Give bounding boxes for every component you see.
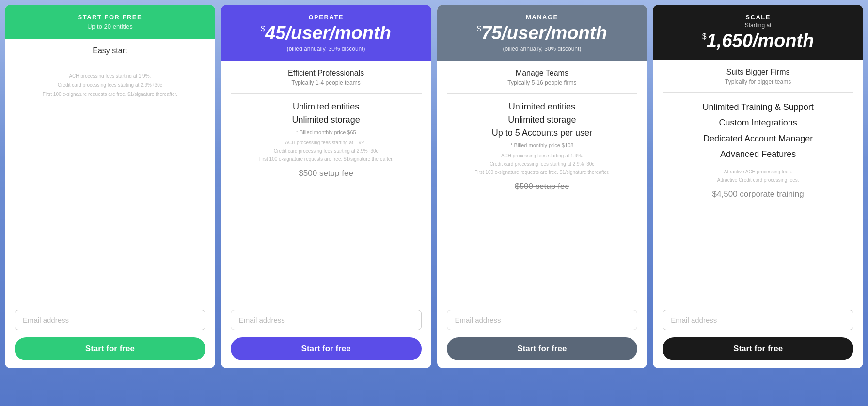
- plan-name-scale: SCALE: [663, 14, 853, 21]
- price-main-scale: 1,650/month: [707, 31, 814, 51]
- email-input-manage[interactable]: [447, 310, 638, 330]
- esig-note-free: First 100 e-signature requests are free.…: [15, 92, 205, 97]
- ach-note-free: ACH processing fees starting at 1.9%.: [15, 73, 205, 78]
- strikethrough-operate: $500 setup fee: [231, 169, 422, 178]
- cc-note-free: Credit card processing fees starting at …: [15, 82, 205, 88]
- cc-note-scale: Attractive Credit card processing fees.: [663, 177, 853, 183]
- cc-note-manage: Credit card processing fees starting at …: [447, 161, 638, 167]
- plan-audience-manage: Typically 5-16 people firms: [447, 79, 638, 86]
- email-input-scale[interactable]: [663, 310, 853, 330]
- plan-audience-scale: Typically for bigger teams: [663, 78, 853, 85]
- features-operate: Unlimited entitiesUnlimited storage * Bi…: [231, 100, 422, 301]
- plan-tagline-manage: Manage Teams: [447, 69, 638, 78]
- email-input-operate[interactable]: [231, 310, 422, 330]
- plan-audience-operate: Typically 1-4 people teams: [231, 79, 422, 86]
- plan-name-free: START FOR FREE: [15, 14, 205, 21]
- plan-body-manage: Manage Teams Typically 5-16 people firms…: [437, 61, 647, 368]
- plan-header-scale: SCALE Starting at $ 1,650/month: [653, 5, 863, 60]
- plan-body-free: Easy start ACH processing fees starting …: [5, 39, 215, 368]
- divider-operate: [231, 93, 422, 94]
- ach-note-scale: Attractive ACH processing fees.: [663, 169, 853, 174]
- email-input-free[interactable]: [15, 310, 205, 330]
- plan-header-free: START FOR FREE Up to 20 entities: [5, 5, 215, 39]
- price-line-manage: $ 75/user/month: [447, 23, 638, 44]
- price-line-operate: $ 45/user/month: [231, 23, 422, 44]
- bottom-section-scale: Start for free: [663, 310, 853, 360]
- divider-manage: [447, 93, 638, 94]
- price-billing-operate: (billed annually, 30% discount): [231, 46, 422, 52]
- plan-header-operate: OPERATE $ 45/user/month (billed annually…: [221, 5, 431, 61]
- price-dollar-scale: $: [702, 32, 707, 41]
- pricing-grid: START FOR FREE Up to 20 entities Easy st…: [5, 5, 863, 368]
- plan-body-scale: Suits Bigger Firms Typically for bigger …: [653, 60, 863, 368]
- price-line-scale: $ 1,650/month: [663, 31, 853, 51]
- cc-note-operate: Credit card processing fees starting at …: [231, 148, 422, 154]
- features-manage: Unlimited entitiesUnlimited storageUp to…: [447, 100, 638, 301]
- divider-scale: [663, 92, 853, 93]
- feature-note-operate: * Billed monthly price $65: [231, 129, 422, 135]
- plan-card-operate: OPERATE $ 45/user/month (billed annually…: [221, 5, 431, 368]
- price-main-operate: 45/user/month: [265, 23, 391, 44]
- price-dollar-manage: $: [477, 25, 481, 33]
- esig-note-manage: First 100 e-signature requests are free.…: [447, 170, 638, 175]
- divider-free: [15, 64, 205, 64]
- plan-card-scale: SCALE Starting at $ 1,650/month Suits Bi…: [653, 5, 863, 368]
- features-scale: Unlimited Training & SupportCustom Integ…: [663, 99, 853, 301]
- features-free: ACH processing fees starting at 1.9%. Cr…: [15, 71, 205, 301]
- cta-button-free[interactable]: Start for free: [15, 337, 205, 360]
- bottom-section-free: Start for free: [15, 310, 205, 360]
- ach-note-operate: ACH processing fees starting at 1.9%.: [231, 140, 422, 145]
- cta-button-manage[interactable]: Start for free: [447, 337, 638, 360]
- plan-tagline-scale: Suits Bigger Firms: [663, 68, 853, 77]
- plan-card-manage: MANAGE $ 75/user/month (billed annually,…: [437, 5, 647, 368]
- plan-card-free: START FOR FREE Up to 20 entities Easy st…: [5, 5, 215, 368]
- feature-main-manage: Unlimited entitiesUnlimited storageUp to…: [447, 100, 638, 140]
- strikethrough-manage: $500 setup fee: [447, 182, 638, 191]
- cta-button-scale[interactable]: Start for free: [663, 337, 853, 360]
- plan-name-operate: OPERATE: [231, 14, 422, 21]
- plan-header-manage: MANAGE $ 75/user/month (billed annually,…: [437, 5, 647, 61]
- price-billing-manage: (billed annually, 30% discount): [447, 46, 638, 52]
- feature-note-manage: * Billed monthly price $108: [447, 142, 638, 148]
- plan-tagline-operate: Efficient Professionals: [231, 69, 422, 78]
- feature-main-scale: Unlimited Training & SupportCustom Integ…: [663, 99, 853, 162]
- plan-subtitle-free: Up to 20 entities: [15, 23, 205, 30]
- bottom-section-manage: Start for free: [447, 310, 638, 360]
- plan-tagline-free: Easy start: [15, 47, 205, 55]
- feature-main-operate: Unlimited entitiesUnlimited storage: [231, 100, 422, 126]
- price-main-manage: 75/user/month: [481, 23, 607, 44]
- strikethrough-scale: $4,500 corporate training: [663, 189, 853, 199]
- plan-body-operate: Efficient Professionals Typically 1-4 pe…: [221, 61, 431, 368]
- starting-at-scale: Starting at: [663, 22, 853, 29]
- price-dollar-operate: $: [261, 25, 265, 33]
- cta-button-operate[interactable]: Start for free: [231, 337, 422, 360]
- bottom-section-operate: Start for free: [231, 310, 422, 360]
- esig-note-operate: First 100 e-signature requests are free.…: [231, 156, 422, 162]
- ach-note-manage: ACH processing fees starting at 1.9%.: [447, 153, 638, 158]
- plan-name-manage: MANAGE: [447, 14, 638, 21]
